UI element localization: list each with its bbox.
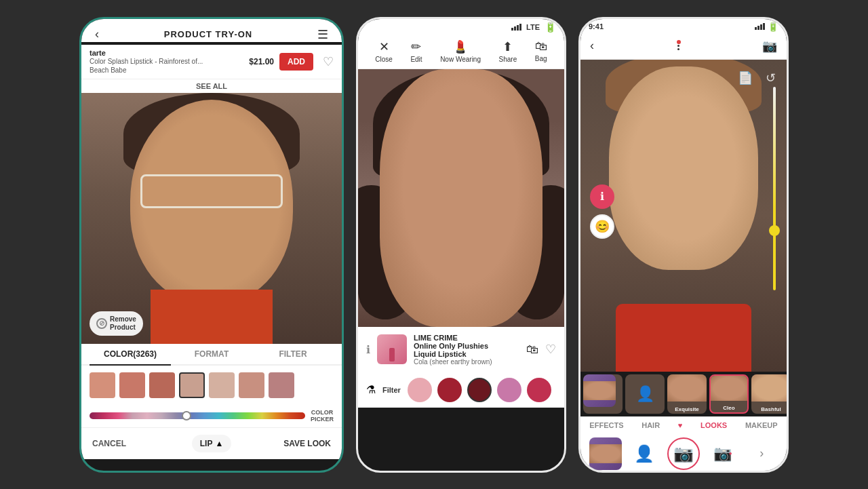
p1-wishlist-icon[interactable]: ♡ [323, 54, 334, 69]
p3-doc-icon[interactable]: 📄 [738, 71, 753, 85]
swatch-4[interactable] [179, 372, 205, 398]
p2-status-bar: LTE 🔋 [358, 19, 564, 35]
user-photo [583, 374, 616, 407]
photo-library-button[interactable] [589, 437, 622, 470]
p3-looks-row: 👤 Exquisite Cleo Bashful Ravishing [580, 372, 787, 416]
p2-add-to-bag-icon[interactable]: 🛍 [526, 343, 538, 357]
more-button[interactable]: › [745, 437, 778, 470]
p2-product-panel: ℹ LIME CRIME Online Only PlushiesLiquid … [358, 327, 564, 372]
p1-color-tabs: COLOR(3263) FORMAT FILTER [81, 344, 342, 366]
p3-emoji-bubble[interactable]: 😊 [590, 214, 614, 239]
edit-label: Edit [410, 56, 422, 63]
see-all-button[interactable]: SEE ALL [81, 79, 342, 93]
nav-now-wearing[interactable]: 💄 Now Wearing [440, 39, 481, 63]
p1-face-bg [81, 93, 342, 344]
tab-heart[interactable]: ♥ [678, 421, 683, 429]
timer-dot-icon: ● [729, 450, 732, 456]
look-thumb-outline[interactable]: 👤 [625, 374, 665, 414]
p3-info-bubble[interactable]: ℹ [590, 184, 614, 209]
p3-signal-bar-3 [760, 24, 762, 30]
nav-share[interactable]: ⬆ Share [499, 39, 517, 63]
p3-face-skin [609, 66, 758, 270]
look-thumb-cleo[interactable]: Cleo [709, 374, 749, 414]
cancel-button[interactable]: CANCEL [92, 439, 186, 448]
slider-thumb[interactable] [769, 225, 780, 236]
p2-info-icon[interactable]: ℹ [366, 343, 370, 356]
p1-product-info: tarte Color Splash Lipstick - Rainforest… [90, 49, 243, 75]
p1-glasses [140, 174, 283, 208]
p3-face-bg [580, 60, 787, 372]
p3-back-icon[interactable]: ‹ [590, 39, 594, 53]
look-label-exquisite: Exquisite [667, 406, 707, 412]
p3-refresh-icon[interactable]: ↺ [766, 71, 776, 85]
close-icon: ✕ [379, 39, 389, 54]
p1-shirt [151, 290, 273, 344]
color-gradient-bar[interactable] [90, 412, 305, 419]
camera-button[interactable]: 📷 [667, 437, 700, 470]
tab-hair[interactable]: HAIR [642, 421, 660, 429]
swatch-3[interactable] [149, 372, 175, 398]
timer-camera-button[interactable]: 📷 ● [707, 437, 739, 470]
signal-bar-3 [517, 25, 519, 31]
battery-icon: 🔋 [545, 22, 556, 33]
face-outline-button[interactable]: 👤 [628, 437, 660, 470]
tab-looks[interactable]: LOOKS [701, 421, 727, 429]
nav-bag[interactable]: 🛍 Bag [535, 39, 547, 63]
p2-wishlist-icon[interactable]: ♡ [545, 342, 556, 357]
color-circle-4[interactable] [497, 378, 521, 402]
close-label: Close [375, 56, 393, 63]
look-thumb-exquisite[interactable]: Exquisite [667, 374, 707, 414]
tab-effects[interactable]: EFFECTS [589, 421, 623, 429]
p3-photo-face [583, 381, 616, 401]
remove-product-button[interactable]: ⊘ RemoveProduct [90, 311, 143, 336]
color-picker-label[interactable]: COLORPICKER [311, 409, 334, 424]
tab-color[interactable]: COLOR(3263) [90, 344, 171, 366]
nav-close[interactable]: ✕ Close [375, 39, 393, 63]
signal-bars [511, 24, 521, 31]
p3-menu-button[interactable] [677, 41, 679, 50]
filter-icon[interactable]: ⚗ [366, 383, 376, 396]
p3-camera-icons: 👤 📷 📷 ● › [580, 433, 787, 473]
lip-label: LIP [200, 439, 213, 448]
edit-icon: ✏ [411, 39, 421, 54]
lipstick-icon: 💄 [453, 39, 468, 54]
p1-footer: CANCEL LIP ▲ SAVE LOOK [81, 427, 342, 459]
lip-chevron-icon: ▲ [215, 439, 223, 448]
remove-product-label: RemoveProduct [110, 315, 136, 332]
p3-signal-bar-1 [755, 27, 757, 30]
swatch-6[interactable] [239, 372, 264, 398]
lip-selector[interactable]: LIP ▲ [192, 435, 232, 452]
p3-camera-switch-icon[interactable]: 📷 [762, 39, 777, 54]
color-circle-1[interactable] [408, 378, 432, 402]
p2-nav-bar: ✕ Close ✏ Edit 💄 Now Wearing ⬆ Share 🛍 B… [358, 35, 564, 69]
swatch-1[interactable] [90, 372, 115, 398]
p1-color-bar: COLORPICKER [81, 405, 342, 428]
lte-label: LTE [526, 23, 540, 31]
phone-2: LTE 🔋 ✕ Close ✏ Edit 💄 Now Wearing ⬆ Sha… [356, 17, 566, 473]
chevron-right-icon: › [760, 446, 764, 461]
add-button[interactable]: ADD [279, 53, 313, 71]
menu-icon[interactable]: ☰ [317, 27, 328, 42]
nav-edit[interactable]: ✏ Edit [410, 39, 422, 63]
tab-filter[interactable]: FILTER [252, 344, 334, 364]
look-thumb-bashful[interactable]: Bashful [751, 374, 787, 414]
look-label-bashful: Bashful [751, 406, 787, 412]
color-circle-3[interactable] [467, 378, 492, 402]
look-thumb-photo[interactable] [583, 374, 623, 414]
share-label: Share [499, 56, 517, 63]
now-wearing-label: Now Wearing [440, 56, 481, 63]
p1-product-name: Color Splash Lipstick - Rainforest of...… [90, 57, 243, 75]
dot-3 [677, 48, 679, 50]
signal-bar-4 [519, 24, 521, 31]
swatch-5[interactable] [209, 372, 235, 398]
color-circle-5[interactable] [527, 378, 551, 402]
swatch-2[interactable] [119, 372, 145, 398]
intensity-slider[interactable] [773, 87, 776, 290]
save-look-button[interactable]: SAVE LOOK [237, 439, 331, 448]
tab-makeup[interactable]: MAKEUP [745, 421, 778, 429]
swatch-7[interactable] [269, 372, 294, 398]
color-circle-2[interactable] [437, 378, 462, 402]
back-icon[interactable]: ‹ [95, 27, 99, 41]
tab-format[interactable]: FORMAT [171, 344, 252, 364]
color-bar-thumb[interactable] [182, 411, 191, 420]
